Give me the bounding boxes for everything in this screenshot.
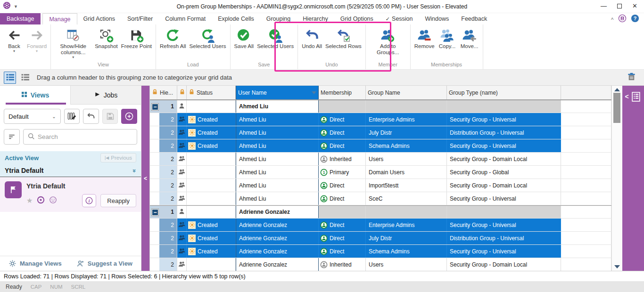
view-info-button[interactable]: i xyxy=(82,194,96,207)
grid-cell-user[interactable]: Ahmed Liu xyxy=(236,139,319,152)
grid-cell-icon[interactable] xyxy=(177,206,187,218)
grid-cell-type[interactable] xyxy=(447,100,561,113)
grid-cell-icon[interactable] xyxy=(177,219,187,231)
grid-cell-status[interactable] xyxy=(187,153,236,165)
grid-cell-membership[interactable] xyxy=(319,206,366,218)
grid-cell-filler[interactable] xyxy=(561,153,611,165)
selected-users-button[interactable]: Selected Users xyxy=(256,26,295,49)
grid-cell-group[interactable]: Domain Users xyxy=(366,166,447,178)
grid-cell-type[interactable]: Distribution Group - Universal xyxy=(447,232,561,244)
expand-view-chevron-icon[interactable]: » xyxy=(131,169,138,172)
tab-session[interactable]: ✓Session xyxy=(380,13,419,24)
previous-view-button[interactable]: |◀Previous xyxy=(100,153,136,162)
grid-cell-membership[interactable]: Direct xyxy=(319,192,366,205)
suggest-view-link[interactable]: Suggest a View xyxy=(76,260,132,268)
snapshot-button[interactable]: Snapshot xyxy=(93,26,119,49)
grid-cell-membership[interactable]: Inherited xyxy=(319,258,366,271)
grid-cell-status[interactable]: Created xyxy=(187,139,236,152)
feedback-smiley-icon[interactable] xyxy=(49,196,57,206)
grid-cell-status[interactable] xyxy=(187,100,236,113)
tab-views[interactable]: Views xyxy=(0,86,70,105)
selected-users-button[interactable]: Selected Users xyxy=(188,26,228,49)
grid-cell-hier[interactable]: 2 xyxy=(150,126,177,139)
freeze-point-button[interactable]: Freeze Point xyxy=(120,26,153,49)
grid-cell-icon[interactable] xyxy=(177,179,187,192)
table-row[interactable]: 2CreatedAhmed LiuDirectSchema AdminsSecu… xyxy=(150,139,611,153)
move--button[interactable]: Move... xyxy=(459,26,480,49)
grid-cell-status[interactable]: Created xyxy=(187,126,236,139)
grid-cell-filler[interactable] xyxy=(561,126,611,139)
grid-cell-status[interactable]: Created xyxy=(187,245,236,258)
grid-cell-membership[interactable]: Direct xyxy=(319,245,366,258)
grid-cell-hier[interactable]: 2 xyxy=(150,219,177,231)
quick-access-caret-icon[interactable]: ▼ xyxy=(14,4,18,9)
grid-cell-icon[interactable] xyxy=(177,139,187,152)
grid-cell-user[interactable]: Ahmed Liu xyxy=(236,179,319,192)
tab-grid-actions[interactable]: Grid Actions xyxy=(77,13,121,24)
table-row[interactable]: 2Ahmed LiuDirectImport5testtSecurity Gro… xyxy=(150,179,611,192)
vertical-scrollbar[interactable] xyxy=(611,86,622,271)
back-button[interactable]: Back▾ xyxy=(3,26,25,53)
grid-cell-user[interactable]: Adrienne Gonzalez xyxy=(236,219,319,231)
table-row[interactable]: 1−Adrienne Gonzalez xyxy=(150,205,611,219)
grid-cell-hier[interactable]: 2 xyxy=(150,179,177,192)
help-icon[interactable]: ? xyxy=(631,14,639,24)
grid-cell-hier[interactable]: 1− xyxy=(150,100,177,113)
grid-cell-status[interactable] xyxy=(187,192,236,205)
account-badge-icon[interactable] xyxy=(618,14,627,24)
grid-cell-filler[interactable] xyxy=(561,219,611,231)
grid-cell-membership[interactable]: Direct xyxy=(319,232,366,244)
tab-jobs[interactable]: Jobs xyxy=(70,86,141,105)
grid-cell-icon[interactable] xyxy=(177,245,187,258)
column-header-user[interactable]: User Name xyxy=(236,86,319,99)
grid-cell-type[interactable] xyxy=(447,206,561,218)
grid-cell-type[interactable]: Security Group - Universal xyxy=(447,113,561,126)
trash-icon[interactable] xyxy=(627,72,636,83)
column-header-membership[interactable]: Membership xyxy=(319,86,366,99)
grid-cell-hier[interactable]: 2 xyxy=(150,113,177,126)
table-row[interactable]: 2Adrienne GonzalezInheritedUsersSecurity… xyxy=(150,258,611,271)
grid-cell-type[interactable]: Security Group - Domain Local xyxy=(447,179,561,192)
table-row[interactable]: 2Ahmed LiuInheritedUsersSecurity Group -… xyxy=(150,153,611,166)
grid-cell-membership[interactable]: Direct xyxy=(319,219,366,231)
grid-cell-hier[interactable]: 2 xyxy=(150,166,177,178)
grid-cell-filler[interactable] xyxy=(561,179,611,192)
grid-cell-hier[interactable]: 2 xyxy=(150,232,177,244)
grid-cell-status[interactable] xyxy=(187,206,236,218)
grid-cell-user[interactable]: Ahmed Liu xyxy=(236,192,319,205)
grid-cell-user[interactable]: Adrienne Gonzalez xyxy=(236,258,319,271)
grid-cell-status[interactable]: Created xyxy=(187,232,236,244)
grid-cell-hier[interactable]: 2 xyxy=(150,192,177,205)
grid-cell-icon[interactable] xyxy=(177,258,187,271)
grid-cell-status[interactable] xyxy=(187,258,236,271)
column-header-icon[interactable] xyxy=(177,86,187,99)
grid-cell-user[interactable]: Ahmed Liu xyxy=(236,166,319,178)
refresh-all-button[interactable]: Refresh All xyxy=(158,26,188,49)
grid-cell-user[interactable]: Adrienne Gonzalez xyxy=(236,232,319,244)
save-all-button[interactable]: Save All xyxy=(233,26,256,49)
grid-cell-hier[interactable]: 1− xyxy=(150,206,177,218)
grid-cell-group[interactable]: SceC xyxy=(366,192,447,205)
grid-cell-group[interactable]: July Distr xyxy=(366,126,447,139)
grid-cell-group[interactable] xyxy=(366,206,447,218)
tab-explode-cells[interactable]: Explode Cells xyxy=(212,13,260,24)
tab-column-format[interactable]: Column Format xyxy=(159,13,212,24)
forward-button[interactable]: Forward▾ xyxy=(25,26,48,53)
sort-filter-arrow-icon[interactable] xyxy=(312,91,316,94)
table-row[interactable]: 2Ahmed LiuDirectSceCSecurity Group - Uni… xyxy=(150,192,611,205)
tab-grid-options[interactable]: Grid Options xyxy=(334,13,380,24)
grid-cell-group[interactable]: Schema Admins xyxy=(366,139,447,152)
grid-cell-type[interactable]: Security Group - Domain Local xyxy=(447,153,561,165)
grid-cell-icon[interactable] xyxy=(177,232,187,244)
scroll-up-arrow[interactable] xyxy=(614,88,620,91)
table-row[interactable]: 1−Ahmed Liu xyxy=(150,100,611,113)
selected-rows-button[interactable]: Selected Rows xyxy=(324,26,363,49)
grid-cell-group[interactable]: Import5testt xyxy=(366,179,447,192)
grid-cell-membership[interactable]: Direct xyxy=(319,179,366,192)
grid-cell-filler[interactable] xyxy=(561,113,611,126)
show-hide-columns--button[interactable]: Show/Hide columns...▾ xyxy=(53,26,93,59)
scroll-down-arrow[interactable] xyxy=(614,265,620,268)
reapply-button[interactable]: Reapply xyxy=(100,194,136,207)
right-collapsed-panel[interactable]: < xyxy=(622,86,644,271)
grid-cell-group[interactable]: July Distr xyxy=(366,232,447,244)
